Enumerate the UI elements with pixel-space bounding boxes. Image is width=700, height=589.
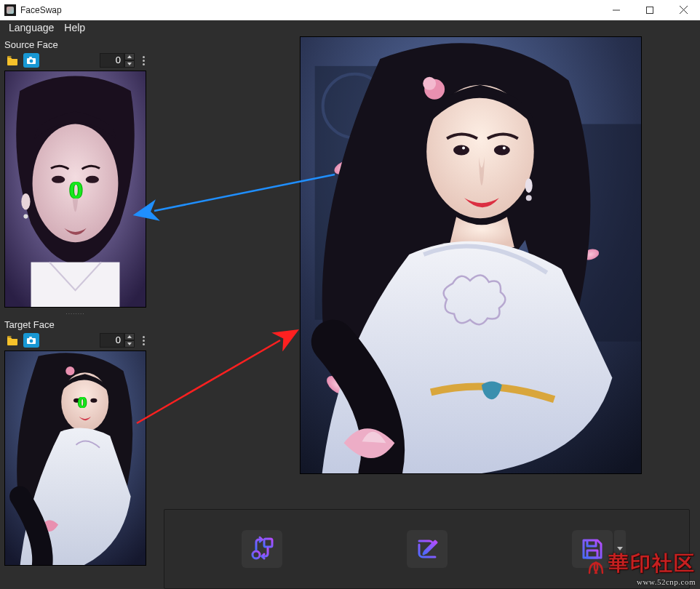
source-open-folder-button[interactable] xyxy=(4,53,20,68)
svg-point-33 xyxy=(462,146,465,149)
source-face-marker: 0 xyxy=(69,176,83,204)
window-title: FaceSwap xyxy=(20,5,600,15)
svg-point-9 xyxy=(52,176,65,183)
menu-help[interactable]: Help xyxy=(64,22,85,36)
svg-point-11 xyxy=(21,193,30,209)
svg-point-12 xyxy=(23,215,28,219)
source-more-button[interactable] xyxy=(140,56,146,65)
svg-rect-16 xyxy=(29,337,32,338)
svg-point-38 xyxy=(526,195,532,201)
window-minimize-button[interactable] xyxy=(600,0,633,20)
svg-point-10 xyxy=(86,176,99,183)
svg-rect-1 xyxy=(647,7,653,13)
target-more-button[interactable] xyxy=(140,336,146,345)
svg-point-21 xyxy=(65,366,74,375)
svg-point-32 xyxy=(494,145,510,156)
source-index-value[interactable]: 0 xyxy=(100,53,124,68)
watermark-logo-icon xyxy=(586,558,605,577)
watermark-brand: 華印社区 xyxy=(608,550,696,577)
svg-point-36 xyxy=(423,77,436,90)
window-maximize-button[interactable] xyxy=(633,0,667,20)
target-index-spinner[interactable]: 0 xyxy=(100,333,135,348)
source-index-spinner[interactable]: 0 xyxy=(100,53,135,68)
source-face-label: Source Face xyxy=(0,36,151,53)
svg-rect-40 xyxy=(264,539,272,547)
target-index-value[interactable]: 0 xyxy=(100,333,124,348)
source-face-thumbnail[interactable]: 0 xyxy=(4,71,146,308)
target-toolbar: 0 xyxy=(0,333,151,350)
source-toolbar: 0 xyxy=(0,53,151,71)
svg-point-34 xyxy=(503,146,506,149)
target-index-up[interactable] xyxy=(124,333,135,340)
app-icon xyxy=(4,4,16,16)
swap-button[interactable] xyxy=(242,530,282,568)
source-index-up[interactable] xyxy=(124,53,135,60)
target-face-marker: 0 xyxy=(78,393,87,412)
panel-divider[interactable]: ········ xyxy=(0,310,151,316)
target-open-folder-button[interactable] xyxy=(4,333,20,348)
watermark-url: www.52cnp.com xyxy=(586,577,696,586)
source-camera-button[interactable] xyxy=(23,53,39,68)
svg-point-39 xyxy=(252,551,260,558)
target-camera-button[interactable] xyxy=(23,333,39,348)
right-pane xyxy=(151,36,700,589)
svg-point-37 xyxy=(525,178,533,193)
svg-point-15 xyxy=(30,340,33,343)
window-titlebar: FaceSwap xyxy=(0,0,700,20)
svg-point-20 xyxy=(90,398,97,403)
window-close-button[interactable] xyxy=(667,0,700,20)
svg-rect-13 xyxy=(31,263,120,307)
watermark: 華印社区 www.52cnp.com xyxy=(586,550,696,586)
sidebar: Source Face 0 xyxy=(0,36,151,589)
svg-point-31 xyxy=(453,145,469,156)
target-face-label: Target Face xyxy=(0,316,151,333)
target-face-thumbnail[interactable]: 0 xyxy=(4,350,146,566)
app-body: Language Help Source Face 0 xyxy=(0,20,700,589)
result-preview[interactable] xyxy=(300,36,642,474)
menu-bar: Language Help xyxy=(0,20,700,36)
target-index-down[interactable] xyxy=(124,340,135,348)
svg-rect-6 xyxy=(29,57,32,58)
source-index-down[interactable] xyxy=(124,60,135,68)
menu-language[interactable]: Language xyxy=(9,22,54,36)
edit-button[interactable] xyxy=(407,530,448,568)
svg-point-5 xyxy=(30,60,33,63)
